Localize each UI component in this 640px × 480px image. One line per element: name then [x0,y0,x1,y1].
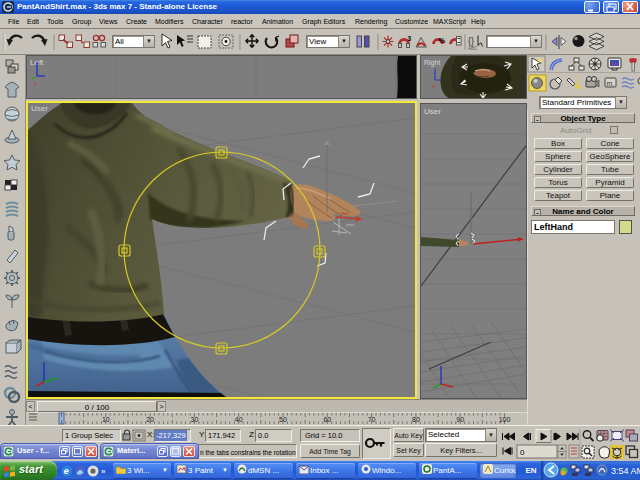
svg-text:10: 10 [102,416,110,423]
svg-text:40: 40 [235,416,243,423]
svg-text:90: 90 [456,416,464,423]
svg-text:User: User [424,107,441,116]
svg-text:User: User [31,104,48,113]
svg-text:x: x [432,83,435,89]
svg-text:{}: {} [468,36,474,46]
svg-text:ABC: ABC [468,46,478,51]
svg-text:e: e [64,466,69,476]
svg-text:»: » [101,467,106,476]
svg-text:100: 100 [499,416,511,423]
svg-text:Right: Right [424,59,440,67]
svg-text:70: 70 [368,416,376,423]
svg-text:80: 80 [412,416,420,423]
svg-text:50: 50 [279,416,287,423]
svg-text:30: 30 [191,416,199,423]
svg-text:20: 20 [146,416,154,423]
svg-text:3: 3 [408,35,412,42]
svg-text:0: 0 [520,448,525,457]
svg-text:x: x [34,80,37,86]
svg-text:%: % [439,36,446,45]
svg-text:60: 60 [323,416,331,423]
svg-text:m.: m. [607,80,615,87]
svg-text:U: U [611,61,615,67]
svg-text:3:54 AM: 3:54 AM [611,466,640,476]
